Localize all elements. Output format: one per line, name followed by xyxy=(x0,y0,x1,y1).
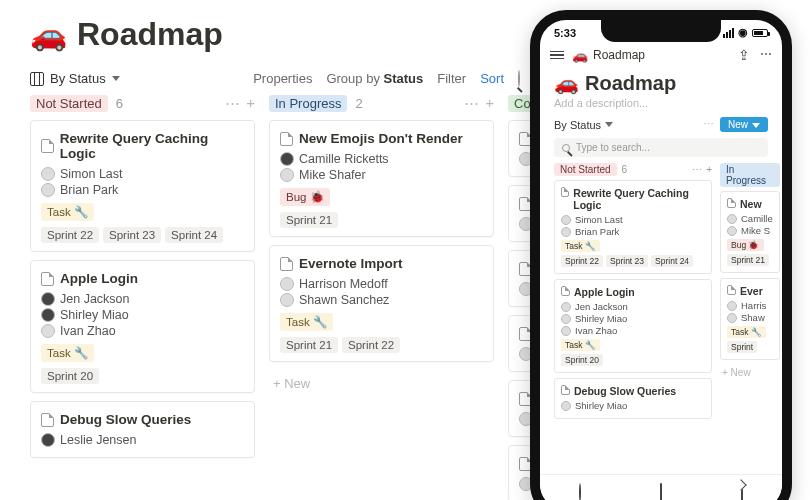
page-icon xyxy=(41,139,54,153)
type-tag: Task 🔧 xyxy=(561,240,600,252)
type-tag: Task 🔧 xyxy=(41,344,94,362)
avatar xyxy=(280,168,294,182)
column-add-icon[interactable]: + xyxy=(485,94,494,112)
new-button[interactable]: New xyxy=(720,117,768,132)
avatar xyxy=(41,167,55,181)
avatar xyxy=(561,215,571,225)
board-columns: Not Started6⋯+Rewrite Query Caching Logi… xyxy=(30,94,520,500)
status-chip[interactable]: In Progress xyxy=(720,163,780,187)
card-title: Rewrite Query Caching Logic xyxy=(60,131,244,161)
search-input[interactable]: Type to search... xyxy=(554,138,768,157)
sprint-tag: Sprint 20 xyxy=(561,354,603,366)
card-person: Shawn Sanchez xyxy=(280,293,483,307)
sprint-tag: Sprint 24 xyxy=(165,227,223,243)
board-card[interactable]: NewCamilleMike SBug 🐞Sprint 21 xyxy=(720,191,780,273)
type-tag: Task 🔧 xyxy=(280,313,333,331)
column-add-icon[interactable]: + xyxy=(246,94,255,112)
description-placeholder[interactable]: Add a description... xyxy=(554,97,768,109)
card-person: Jen Jackson xyxy=(41,292,244,306)
more-icon[interactable]: ⋯ xyxy=(703,118,714,131)
avatar xyxy=(41,324,55,338)
column-more-icon[interactable]: ⋯ xyxy=(225,94,240,112)
mobile-nav xyxy=(540,474,782,500)
column-count: 6 xyxy=(622,164,628,175)
board-card[interactable]: Evernote ImportHarrison MedoffShawn Sanc… xyxy=(269,245,494,362)
status-chip[interactable]: In Progress xyxy=(269,95,347,112)
sprint-tag: Sprint 22 xyxy=(342,337,400,353)
view-menu: Properties Group by Status Filter Sort xyxy=(253,71,520,86)
mobile-columns: Not Started6⋯+Rewrite Query Caching Logi… xyxy=(540,163,782,424)
sprint-tag: Sprint 21 xyxy=(727,254,769,266)
avatar xyxy=(727,313,737,323)
board-icon xyxy=(30,72,44,86)
page-icon xyxy=(561,286,570,296)
avatar xyxy=(727,226,737,236)
nav-search[interactable] xyxy=(579,484,581,501)
status-chip[interactable]: Not Started xyxy=(30,95,108,112)
column-count: 2 xyxy=(355,96,362,111)
avatar xyxy=(280,277,294,291)
page-title: Roadmap xyxy=(585,72,676,95)
board-card[interactable]: Apple LoginJen JacksonShirley MiaoIvan Z… xyxy=(30,260,255,393)
card-person: Mike Shafer xyxy=(280,168,483,182)
board-card[interactable]: New Emojis Don't RenderCamille RickettsM… xyxy=(269,120,494,237)
board-card[interactable]: Debug Slow QueriesShirley Miao xyxy=(554,378,712,419)
avatar xyxy=(280,293,294,307)
page-icon xyxy=(727,285,736,295)
nav-notifications[interactable] xyxy=(660,484,662,501)
chevron-down-icon xyxy=(112,76,120,81)
column-add-icon[interactable]: + xyxy=(706,164,712,175)
card-title: New Emojis Don't Render xyxy=(299,131,463,146)
page-icon xyxy=(561,187,569,197)
board-card[interactable]: EverHarrisShawTask 🔧Sprint xyxy=(720,278,780,360)
avatar xyxy=(727,214,737,224)
sprint-tag: Sprint 21 xyxy=(280,212,338,228)
page-icon xyxy=(280,132,293,146)
new-card-button[interactable]: + New xyxy=(269,370,494,397)
chevron-down-icon xyxy=(605,122,613,127)
card-person: Shirley Miao xyxy=(561,313,705,324)
board-card[interactable]: Rewrite Query Caching LogicSimon LastBri… xyxy=(30,120,255,252)
more-icon[interactable]: ⋯ xyxy=(760,47,772,63)
breadcrumb[interactable]: 🚗 Roadmap xyxy=(572,48,645,63)
filter-button[interactable]: Filter xyxy=(437,71,466,86)
avatar xyxy=(561,314,571,324)
share-icon[interactable]: ⇪ xyxy=(738,47,750,63)
status-chip[interactable]: Not Started xyxy=(554,163,617,176)
card-title: Rewrite Query Caching Logic xyxy=(573,187,705,211)
sprint-tag: Sprint xyxy=(727,341,757,353)
card-title: Apple Login xyxy=(574,286,635,298)
battery-icon xyxy=(752,29,768,37)
column-more-icon[interactable]: ⋯ xyxy=(464,94,479,112)
view-selector[interactable]: By Status xyxy=(30,71,120,86)
column-more-icon[interactable]: ⋯ xyxy=(692,164,702,175)
board-card[interactable]: Apple LoginJen JacksonShirley MiaoIvan Z… xyxy=(554,279,712,373)
card-person: Leslie Jensen xyxy=(41,433,244,447)
view-selector[interactable]: By Status xyxy=(554,119,613,131)
new-card-button[interactable]: + New xyxy=(720,365,780,380)
card-person: Simon Last xyxy=(561,214,705,225)
sort-button[interactable]: Sort xyxy=(480,71,504,86)
properties-button[interactable]: Properties xyxy=(253,71,312,86)
avatar xyxy=(280,152,294,166)
board-card[interactable]: Rewrite Query Caching LogicSimon LastBri… xyxy=(554,180,712,274)
card-person: Shaw xyxy=(727,312,773,323)
page-emoji: 🚗 xyxy=(554,71,579,95)
nav-compose[interactable] xyxy=(741,484,743,501)
page-icon xyxy=(41,272,54,286)
signal-icon xyxy=(723,28,734,38)
board-card[interactable]: Debug Slow QueriesLeslie Jensen xyxy=(30,401,255,458)
groupby-button[interactable]: Group by Status xyxy=(326,71,423,86)
type-tag: Bug 🐞 xyxy=(280,188,330,206)
card-person: Harris xyxy=(727,300,773,311)
phone-notch xyxy=(601,20,721,42)
page-icon xyxy=(561,385,570,395)
type-tag: Task 🔧 xyxy=(41,203,94,221)
type-tag: Task 🔧 xyxy=(727,326,766,338)
search-button[interactable] xyxy=(518,71,520,86)
menu-icon[interactable] xyxy=(550,51,564,60)
wifi-icon: ◉ xyxy=(738,26,748,39)
card-person: Shirley Miao xyxy=(41,308,244,322)
card-person: Ivan Zhao xyxy=(41,324,244,338)
view-bar: By Status Properties Group by Status Fil… xyxy=(30,71,520,86)
